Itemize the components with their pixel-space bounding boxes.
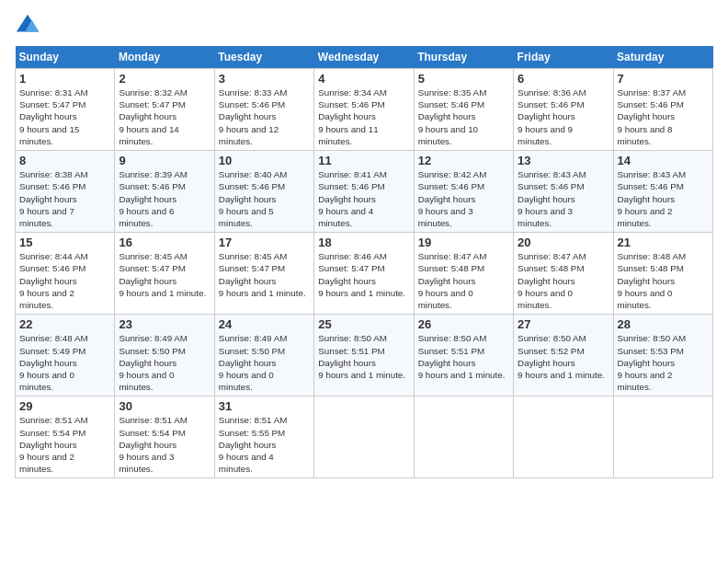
calendar-cell: 22 Sunrise: 8:48 AMSunset: 5:49 PMDaylig…	[16, 315, 115, 396]
day-info: Sunrise: 8:48 AMSunset: 5:48 PMDaylight …	[618, 251, 687, 310]
calendar-cell: 2 Sunrise: 8:32 AMSunset: 5:47 PMDayligh…	[115, 69, 214, 151]
calendar-cell: 8 Sunrise: 8:38 AMSunset: 5:46 PMDayligh…	[16, 151, 115, 233]
col-header-sunday: Sunday	[16, 46, 115, 69]
col-header-wednesday: Wednesday	[314, 46, 414, 69]
day-number: 31	[219, 399, 310, 413]
calendar-table: SundayMondayTuesdayWednesdayThursdayFrid…	[15, 46, 713, 478]
day-info: Sunrise: 8:50 AMSunset: 5:51 PMDaylight …	[318, 333, 405, 380]
calendar-cell: 25 Sunrise: 8:50 AMSunset: 5:51 PMDaylig…	[314, 315, 414, 396]
day-info: Sunrise: 8:40 AMSunset: 5:46 PMDaylight …	[219, 169, 288, 228]
day-info: Sunrise: 8:45 AMSunset: 5:47 PMDaylight …	[219, 251, 306, 298]
calendar-cell	[613, 396, 712, 478]
logo-icon	[15, 13, 40, 39]
day-number: 19	[418, 236, 509, 249]
calendar-cell: 16 Sunrise: 8:45 AMSunset: 5:47 PMDaylig…	[115, 233, 214, 315]
calendar-cell: 28 Sunrise: 8:50 AMSunset: 5:53 PMDaylig…	[613, 315, 712, 396]
col-header-monday: Monday	[115, 46, 214, 69]
calendar-cell: 9 Sunrise: 8:39 AMSunset: 5:46 PMDayligh…	[115, 151, 214, 233]
day-info: Sunrise: 8:39 AMSunset: 5:46 PMDaylight …	[119, 169, 188, 228]
day-number: 11	[318, 154, 409, 167]
day-number: 27	[518, 317, 609, 331]
col-header-thursday: Thursday	[414, 46, 513, 69]
calendar-cell: 17 Sunrise: 8:45 AMSunset: 5:47 PMDaylig…	[214, 233, 313, 315]
day-number: 6	[518, 72, 609, 86]
calendar-cell: 4 Sunrise: 8:34 AMSunset: 5:46 PMDayligh…	[314, 69, 414, 151]
day-number: 30	[119, 399, 210, 413]
day-info: Sunrise: 8:43 AMSunset: 5:46 PMDaylight …	[618, 169, 687, 228]
calendar-cell: 11 Sunrise: 8:41 AMSunset: 5:46 PMDaylig…	[314, 151, 414, 233]
day-info: Sunrise: 8:34 AMSunset: 5:46 PMDaylight …	[318, 87, 387, 146]
logo	[15, 13, 42, 39]
day-number: 2	[119, 72, 210, 86]
day-number: 8	[19, 154, 110, 167]
day-number: 1	[19, 72, 110, 86]
day-info: Sunrise: 8:36 AMSunset: 5:46 PMDaylight …	[518, 87, 586, 146]
calendar-cell: 6 Sunrise: 8:36 AMSunset: 5:46 PMDayligh…	[514, 69, 613, 151]
header-row: SundayMondayTuesdayWednesdayThursdayFrid…	[16, 46, 713, 69]
calendar-cell: 7 Sunrise: 8:37 AMSunset: 5:46 PMDayligh…	[613, 69, 712, 151]
day-info: Sunrise: 8:43 AMSunset: 5:46 PMDaylight …	[518, 169, 586, 228]
day-number: 7	[618, 72, 709, 86]
day-number: 28	[618, 317, 709, 331]
day-number: 22	[19, 317, 110, 331]
calendar-cell: 5 Sunrise: 8:35 AMSunset: 5:46 PMDayligh…	[414, 69, 513, 151]
day-number: 26	[418, 317, 509, 331]
day-info: Sunrise: 8:38 AMSunset: 5:46 PMDaylight …	[19, 169, 88, 228]
day-number: 25	[318, 317, 409, 331]
day-info: Sunrise: 8:31 AMSunset: 5:47 PMDaylight …	[19, 87, 88, 146]
calendar-cell: 26 Sunrise: 8:50 AMSunset: 5:51 PMDaylig…	[414, 315, 513, 396]
calendar-cell	[514, 396, 613, 478]
day-number: 13	[518, 154, 609, 167]
calendar-cell: 18 Sunrise: 8:46 AMSunset: 5:47 PMDaylig…	[314, 233, 414, 315]
calendar-cell: 24 Sunrise: 8:49 AMSunset: 5:50 PMDaylig…	[214, 315, 313, 396]
calendar-cell: 23 Sunrise: 8:49 AMSunset: 5:50 PMDaylig…	[115, 315, 214, 396]
calendar-cell: 13 Sunrise: 8:43 AMSunset: 5:46 PMDaylig…	[514, 151, 613, 233]
calendar-cell: 12 Sunrise: 8:42 AMSunset: 5:46 PMDaylig…	[414, 151, 513, 233]
col-header-friday: Friday	[514, 46, 613, 69]
col-header-saturday: Saturday	[613, 46, 712, 69]
day-number: 12	[418, 154, 509, 167]
calendar-cell: 27 Sunrise: 8:50 AMSunset: 5:52 PMDaylig…	[514, 315, 613, 396]
day-info: Sunrise: 8:51 AMSunset: 5:54 PMDaylight …	[119, 415, 188, 474]
day-info: Sunrise: 8:47 AMSunset: 5:48 PMDaylight …	[518, 251, 586, 310]
calendar-cell: 14 Sunrise: 8:43 AMSunset: 5:46 PMDaylig…	[613, 151, 712, 233]
calendar-cell	[414, 396, 513, 478]
calendar-cell: 31 Sunrise: 8:51 AMSunset: 5:55 PMDaylig…	[214, 396, 313, 478]
day-number: 29	[19, 399, 110, 413]
calendar-cell: 20 Sunrise: 8:47 AMSunset: 5:48 PMDaylig…	[514, 233, 613, 315]
calendar-cell: 15 Sunrise: 8:44 AMSunset: 5:46 PMDaylig…	[16, 233, 115, 315]
calendar-cell: 19 Sunrise: 8:47 AMSunset: 5:48 PMDaylig…	[414, 233, 513, 315]
day-number: 9	[119, 154, 210, 167]
day-number: 24	[219, 317, 310, 331]
calendar-cell: 21 Sunrise: 8:48 AMSunset: 5:48 PMDaylig…	[613, 233, 712, 315]
day-info: Sunrise: 8:42 AMSunset: 5:46 PMDaylight …	[418, 169, 487, 228]
day-info: Sunrise: 8:50 AMSunset: 5:53 PMDaylight …	[618, 333, 687, 392]
day-number: 10	[219, 154, 310, 167]
col-header-tuesday: Tuesday	[214, 46, 313, 69]
day-number: 23	[119, 317, 210, 331]
day-info: Sunrise: 8:41 AMSunset: 5:46 PMDaylight …	[318, 169, 387, 228]
day-number: 20	[518, 236, 609, 249]
day-info: Sunrise: 8:51 AMSunset: 5:54 PMDaylight …	[19, 415, 88, 474]
day-info: Sunrise: 8:45 AMSunset: 5:47 PMDaylight …	[119, 251, 206, 298]
calendar-cell: 1 Sunrise: 8:31 AMSunset: 5:47 PMDayligh…	[16, 69, 115, 151]
day-info: Sunrise: 8:51 AMSunset: 5:55 PMDaylight …	[219, 415, 288, 474]
day-number: 3	[219, 72, 310, 86]
day-info: Sunrise: 8:50 AMSunset: 5:51 PMDaylight …	[418, 333, 506, 380]
day-info: Sunrise: 8:32 AMSunset: 5:47 PMDaylight …	[119, 87, 188, 146]
day-number: 15	[19, 236, 110, 249]
calendar-cell: 30 Sunrise: 8:51 AMSunset: 5:54 PMDaylig…	[115, 396, 214, 478]
day-number: 4	[318, 72, 409, 86]
page-header	[15, 9, 713, 39]
day-number: 21	[618, 236, 709, 249]
day-info: Sunrise: 8:49 AMSunset: 5:50 PMDaylight …	[219, 333, 288, 392]
day-info: Sunrise: 8:47 AMSunset: 5:48 PMDaylight …	[418, 251, 487, 310]
day-number: 17	[219, 236, 310, 249]
day-number: 14	[618, 154, 709, 167]
day-info: Sunrise: 8:50 AMSunset: 5:52 PMDaylight …	[518, 333, 605, 380]
day-number: 5	[418, 72, 509, 86]
calendar-cell: 10 Sunrise: 8:40 AMSunset: 5:46 PMDaylig…	[214, 151, 313, 233]
day-info: Sunrise: 8:49 AMSunset: 5:50 PMDaylight …	[119, 333, 188, 392]
day-number: 16	[119, 236, 210, 249]
calendar-cell: 3 Sunrise: 8:33 AMSunset: 5:46 PMDayligh…	[214, 69, 313, 151]
